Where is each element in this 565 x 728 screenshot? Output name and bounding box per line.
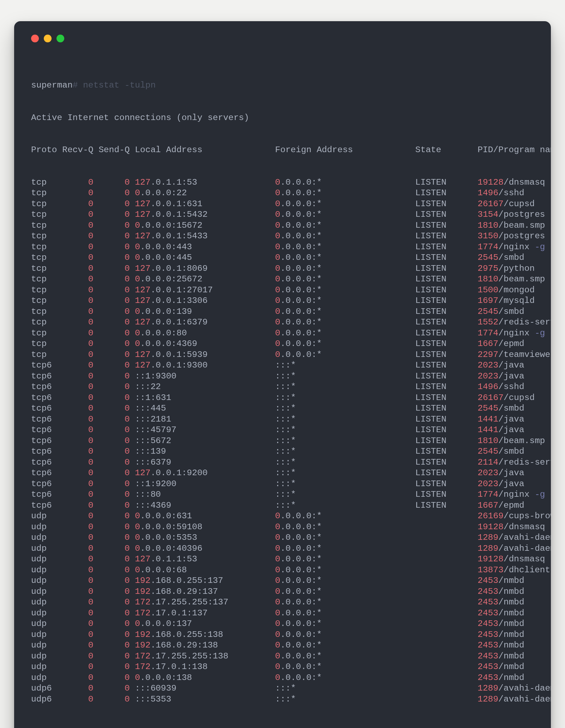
netstat-row: tcp 0 0 0.0.0.0:4369 0.0.0.0:* LISTEN 16… (31, 339, 534, 350)
local-address: :::4369 (135, 500, 275, 511)
recv-q: 0 (62, 371, 99, 382)
local-address: :::45797 (135, 425, 275, 436)
local-address: .17.255.255:137 (150, 597, 275, 608)
foreign-address: :::* (275, 436, 415, 447)
foreign-address: .0.0.0:* (280, 209, 415, 220)
foreign-address: .0.0.0:* (280, 575, 415, 586)
send-q: 0 (99, 425, 135, 436)
state: LISTEN (415, 382, 477, 393)
local-address-lead: 172 (135, 608, 150, 619)
pid: 3154 (477, 209, 498, 220)
state: LISTEN (415, 285, 477, 296)
recv-q: 0 (62, 640, 99, 651)
maximize-icon[interactable] (56, 35, 64, 42)
program-name: /cupsd (504, 199, 535, 210)
foreign-address: .0.0.0:* (280, 673, 415, 684)
program-name: /nginx (498, 489, 535, 500)
local-address-lead: 0 (135, 619, 140, 629)
send-q: 0 (99, 673, 135, 684)
state: LISTEN (415, 457, 477, 468)
local-address-lead: 192 (135, 586, 150, 597)
foreign-address: :::* (275, 694, 415, 705)
foreign-address: .0.0.0:* (280, 554, 415, 565)
state (415, 651, 477, 662)
recv-q: 0 (62, 296, 99, 306)
local-address: :::2181 (135, 414, 275, 425)
program-name: /beam.smp (498, 220, 545, 231)
proto: tcp (31, 306, 62, 317)
foreign-address-lead: 0 (275, 575, 280, 586)
foreign-address: .0.0.0:* (280, 306, 415, 317)
netstat-row: udp 0 0 127.0.1.1:53 0.0.0.0:* 19128/dns… (31, 554, 534, 565)
send-q: 0 (99, 468, 135, 479)
state: LISTEN (415, 500, 477, 511)
pid: 2545 (477, 446, 498, 457)
state: LISTEN (415, 468, 477, 479)
program-name: /java (498, 425, 524, 436)
pid: 1289 (477, 694, 498, 705)
pid: 1441 (477, 425, 498, 436)
send-q: 0 (99, 565, 135, 576)
state: LISTEN (415, 479, 477, 490)
netstat-row: udp 0 0 172.17.0.1:138 0.0.0.0:* 2453/nm… (31, 662, 534, 673)
foreign-address-lead: 0 (275, 532, 280, 543)
recv-q: 0 (62, 479, 99, 490)
program-name: /cups-browsed (504, 511, 551, 522)
local-address: :::5672 (135, 436, 275, 447)
foreign-address: :::* (275, 479, 415, 490)
proto: tcp6 (31, 500, 62, 511)
foreign-address: .0.0.0:* (280, 296, 415, 306)
proto: tcp6 (31, 457, 62, 468)
program-name: /avahi-daemon: (498, 532, 551, 543)
prompt-line: superman# netstat -tulpn (31, 80, 534, 91)
netstat-row: udp 0 0 172.17.255.255:138 0.0.0.0:* 245… (31, 651, 534, 662)
pid: 1774 (477, 242, 498, 253)
close-icon[interactable] (31, 35, 39, 42)
proto: tcp6 (31, 468, 62, 479)
send-q: 0 (99, 522, 135, 533)
foreign-address: .0.0.0:* (280, 199, 415, 210)
local-address: .0.1.1:53 (150, 177, 275, 188)
program-flag: -g (535, 328, 545, 339)
proto: tcp6 (31, 446, 62, 457)
state (415, 683, 477, 694)
pid: 2453 (477, 640, 498, 651)
foreign-address: .0.0.0:* (280, 597, 415, 608)
program-name: /nmbd (498, 619, 524, 629)
send-q: 0 (99, 457, 135, 468)
foreign-address: .0.0.0:* (280, 565, 415, 576)
program-tail: daemo (545, 489, 551, 500)
netstat-row: tcp6 0 0 127.0.0.1:9200 :::* LISTEN 2023… (31, 468, 534, 479)
send-q: 0 (99, 532, 135, 543)
recv-q: 0 (62, 597, 99, 608)
local-address: :::139 (135, 446, 275, 457)
recv-q: 0 (62, 575, 99, 586)
proto: tcp6 (31, 489, 62, 500)
minimize-icon[interactable] (44, 35, 52, 42)
program-name: /teamviewerd (498, 350, 551, 360)
foreign-address-lead: 0 (275, 662, 280, 673)
pid: 2545 (477, 306, 498, 317)
recv-q: 0 (62, 252, 99, 263)
foreign-address-lead: 0 (275, 597, 280, 608)
foreign-address: .0.0.0:* (280, 532, 415, 543)
program-name: /beam.smp (498, 274, 545, 285)
state: LISTEN (415, 360, 477, 371)
proto: udp6 (31, 694, 62, 705)
state: LISTEN (415, 242, 477, 253)
foreign-address-lead: 0 (275, 285, 280, 296)
recv-q: 0 (62, 608, 99, 619)
local-address-lead: 127 (135, 209, 150, 220)
program-name: /smbd (498, 306, 524, 317)
state: LISTEN (415, 371, 477, 382)
foreign-address-lead: 0 (275, 640, 280, 651)
send-q: 0 (99, 328, 135, 339)
program-name: /avahi-daemon: (498, 694, 551, 705)
send-q: 0 (99, 500, 135, 511)
terminal-body[interactable]: superman# netstat -tulpn Active Internet… (31, 59, 534, 726)
local-address: .17.255.255:138 (150, 651, 275, 662)
pid: 26167 (477, 393, 504, 404)
local-address-lead: 172 (135, 662, 150, 673)
foreign-address-lead: 0 (275, 317, 280, 328)
state: LISTEN (415, 274, 477, 285)
